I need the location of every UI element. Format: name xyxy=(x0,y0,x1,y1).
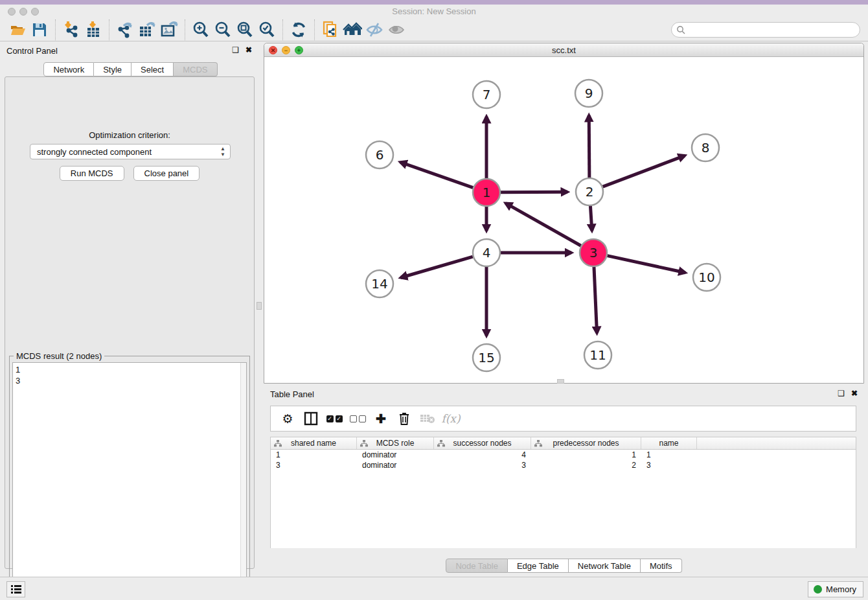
table-row[interactable]: 1 dominator 4 1 1 xyxy=(271,450,856,460)
table-tabs: Node Table Edge Table Network Table Moti… xyxy=(264,559,864,573)
hsplit-handle[interactable] xyxy=(557,379,564,384)
graph-edge[interactable] xyxy=(589,115,589,178)
split-panel-icon[interactable] xyxy=(301,409,321,428)
toolbar-separator xyxy=(282,19,283,40)
cell-predecessor-nodes: 1 xyxy=(531,450,641,460)
control-panel-tabs: Network Style Select MCDS xyxy=(0,62,261,76)
graph-edge[interactable] xyxy=(506,203,581,246)
window-title: Session: New Session xyxy=(0,6,868,16)
new-network-from-selection-icon[interactable] xyxy=(319,20,341,40)
graph-node-label: 9 xyxy=(585,86,593,101)
graph-edge[interactable] xyxy=(607,256,685,273)
column-header-shared-name[interactable]: shared name xyxy=(271,437,357,449)
control-panel: Control Panel ❑ ✖ Network Style Select M… xyxy=(0,41,261,574)
search-input[interactable] xyxy=(671,22,860,38)
cell-mcds-role: dominator xyxy=(357,460,434,470)
graph-edge[interactable] xyxy=(590,206,591,231)
tab-mcds[interactable]: MCDS xyxy=(174,62,217,76)
refresh-view-icon[interactable] xyxy=(288,20,310,40)
float-panel-icon[interactable]: ❑ xyxy=(232,46,239,54)
hide-panels-icon[interactable] xyxy=(363,20,385,40)
graph-node-label: 15 xyxy=(478,350,494,365)
open-file-icon[interactable] xyxy=(6,20,29,40)
zoom-fit-icon[interactable] xyxy=(234,20,256,40)
graph-edge[interactable] xyxy=(594,267,597,333)
save-session-icon[interactable] xyxy=(29,20,51,40)
result-scrollbar[interactable] xyxy=(240,363,246,599)
task-history-button[interactable] xyxy=(6,581,25,597)
select-all-icon[interactable]: ✓✓ xyxy=(324,409,345,428)
close-table-panel-icon[interactable]: ✖ xyxy=(851,389,858,397)
close-panel-button[interactable]: Close panel xyxy=(133,166,200,181)
graph-edge[interactable] xyxy=(401,257,473,277)
network-graph[interactable]: 7968124314101511 xyxy=(264,57,863,383)
zoom-selected-icon[interactable] xyxy=(256,20,278,40)
hierarchy-icon xyxy=(274,440,282,447)
optimization-criterion-select[interactable]: strongly connected component ▲▼ xyxy=(30,144,231,159)
network-view-window: ✕ − + scc.txt 7968124314101511 xyxy=(264,43,864,384)
status-bar: Memory xyxy=(0,577,868,600)
export-image-icon[interactable] xyxy=(158,20,180,40)
tab-style[interactable]: Style xyxy=(94,62,131,76)
graph-edge[interactable] xyxy=(603,156,685,187)
tab-edge-table[interactable]: Edge Table xyxy=(508,559,569,573)
column-header-mcds-role[interactable]: MCDS role xyxy=(357,437,434,449)
mcds-result-group: MCDS result (2 nodes) 1 3 xyxy=(9,356,250,600)
run-mcds-button[interactable]: Run MCDS xyxy=(60,166,124,181)
show-network-overview-icon[interactable] xyxy=(341,20,363,40)
cell-shared-name: 1 xyxy=(271,450,357,460)
zoom-out-icon[interactable] xyxy=(212,20,234,40)
zoom-in-icon[interactable] xyxy=(190,20,212,40)
delete-columns-icon[interactable] xyxy=(394,409,415,428)
result-line: 3 xyxy=(16,375,244,386)
tab-select[interactable]: Select xyxy=(131,62,174,76)
toolbar-separator xyxy=(185,19,185,40)
toolbar-separator xyxy=(314,19,315,40)
tab-network[interactable]: Network xyxy=(43,62,94,76)
memory-status-icon xyxy=(814,585,822,594)
import-network-icon[interactable] xyxy=(60,20,82,40)
memory-button[interactable]: Memory xyxy=(808,581,863,597)
panel-splitter-handle[interactable] xyxy=(257,302,262,310)
network-window-titlebar[interactable]: ✕ − + scc.txt xyxy=(264,43,863,57)
graph-node-label: 2 xyxy=(586,184,594,200)
toolbar-separator xyxy=(55,19,56,40)
cell-successor-nodes: 4 xyxy=(434,450,531,460)
settings-icon[interactable]: ⚙ xyxy=(277,409,298,428)
close-panel-icon[interactable]: ✖ xyxy=(246,46,252,54)
export-network-icon[interactable] xyxy=(114,20,136,40)
birds-eye-view-icon[interactable] xyxy=(385,20,407,40)
function-builder-icon[interactable]: f(x) xyxy=(440,409,461,428)
tab-motifs[interactable]: Motifs xyxy=(641,559,682,573)
import-table-icon[interactable] xyxy=(82,20,104,40)
deselect-all-icon[interactable] xyxy=(347,409,368,428)
tab-node-table[interactable]: Node Table xyxy=(446,559,508,573)
float-table-panel-icon[interactable]: ❑ xyxy=(838,389,845,397)
hierarchy-icon xyxy=(534,440,542,447)
graph-node-label: 8 xyxy=(702,140,710,156)
search-field[interactable] xyxy=(671,22,860,38)
mcds-result-text[interactable]: 1 3 xyxy=(12,362,247,600)
graph-edge[interactable] xyxy=(501,192,567,192)
table-panel-titlebar: Table Panel ❑ ✖ xyxy=(264,385,864,403)
column-header-name[interactable]: name xyxy=(641,437,697,449)
export-table-icon[interactable] xyxy=(136,20,158,40)
control-panel-titlebar: Control Panel ❑ ✖ xyxy=(0,41,261,60)
chevron-up-down-icon: ▲▼ xyxy=(220,146,225,157)
column-header-predecessor-nodes[interactable]: predecessor nodes xyxy=(531,437,641,449)
delete-table-icon[interactable] xyxy=(417,409,438,428)
graph-node-label: 7 xyxy=(483,87,491,102)
column-header-successor-nodes[interactable]: successor nodes xyxy=(434,437,531,449)
main-toolbar xyxy=(0,18,868,41)
graph-edge[interactable] xyxy=(400,162,473,187)
graph-node-label: 6 xyxy=(376,147,384,163)
add-column-icon[interactable]: ✚ xyxy=(371,409,391,428)
list-icon xyxy=(11,585,21,594)
background-window-strip xyxy=(0,0,868,5)
cell-name: 1 xyxy=(641,450,697,460)
table-row[interactable]: 3 dominator 3 2 3 xyxy=(271,460,856,470)
network-canvas[interactable]: 7968124314101511 xyxy=(264,57,863,383)
tab-network-table[interactable]: Network Table xyxy=(569,559,641,573)
cell-predecessor-nodes: 2 xyxy=(531,460,641,470)
cell-shared-name: 3 xyxy=(271,460,357,470)
